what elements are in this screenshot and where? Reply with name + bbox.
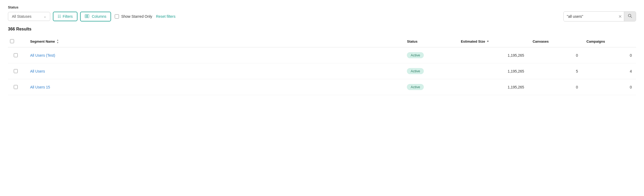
table-body: All Users (Test) Active 1,195,265 0 0 Al… bbox=[8, 47, 636, 95]
row-canvases-cell-1: 5 bbox=[528, 63, 582, 79]
page-container: Status All Statuses ⌄ ☷ Filters bbox=[0, 0, 644, 100]
row-status-cell: Active bbox=[403, 47, 457, 63]
close-icon: ✕ bbox=[618, 14, 622, 19]
columns-button-label: Columns bbox=[92, 14, 106, 19]
row-checkbox-1[interactable] bbox=[14, 69, 18, 73]
reset-filters-label: Reset filters bbox=[156, 14, 176, 19]
header-canvases: Canvases bbox=[528, 36, 582, 47]
segment-sort-icon: ▲ ▼ bbox=[57, 39, 59, 44]
row-canvases-cell-0: 0 bbox=[528, 47, 582, 63]
search-icon bbox=[628, 14, 632, 19]
status-dropdown[interactable]: All Statuses ⌄ bbox=[8, 12, 50, 21]
show-starred-checkbox[interactable] bbox=[115, 14, 119, 19]
svg-rect-2 bbox=[88, 14, 89, 18]
segments-table: Segment Name ▲ ▼ Status Estimated Size ▼ bbox=[8, 36, 636, 95]
table-row: All Users (Test) Active 1,195,265 0 0 bbox=[8, 47, 636, 63]
row-checkbox-cell bbox=[8, 79, 26, 95]
search-submit-button[interactable] bbox=[624, 12, 636, 21]
row-estimated-size-cell-1: 1,195,265 bbox=[457, 63, 528, 79]
table-row: All Users 15 Active 1,195,265 0 0 bbox=[8, 79, 636, 95]
header-campaigns: Campaigns bbox=[582, 36, 636, 47]
columns-button[interactable]: Columns bbox=[80, 12, 111, 21]
row-estimated-size-cell-2: 1,195,265 bbox=[457, 79, 528, 95]
table-container: Segment Name ▲ ▼ Status Estimated Size ▼ bbox=[8, 36, 636, 95]
select-all-checkbox[interactable] bbox=[10, 39, 14, 43]
filter-row: All Statuses ⌄ ☷ Filters Columns bbox=[8, 11, 636, 21]
row-segment-name-cell: All Users (Test) bbox=[26, 47, 403, 63]
row-status-cell: Active bbox=[403, 63, 457, 79]
svg-line-4 bbox=[631, 17, 632, 18]
reset-filters-link[interactable]: Reset filters bbox=[156, 14, 176, 19]
status-label: Status bbox=[8, 5, 636, 9]
svg-rect-0 bbox=[85, 14, 86, 18]
row-checkbox-0[interactable] bbox=[14, 53, 18, 57]
row-checkbox-cell bbox=[8, 63, 26, 79]
chevron-down-icon: ⌄ bbox=[44, 15, 46, 18]
row-checkbox-cell bbox=[8, 47, 26, 63]
show-starred-text: Show Starred Only bbox=[121, 14, 152, 19]
search-clear-button[interactable]: ✕ bbox=[616, 12, 624, 21]
segment-name-link-0[interactable]: All Users (Test) bbox=[30, 53, 55, 57]
filter-section: Status All Statuses ⌄ ☷ Filters bbox=[8, 5, 636, 21]
search-container: ✕ bbox=[563, 11, 636, 21]
filters-icon: ☷ bbox=[58, 14, 61, 19]
header-estimated-size: Estimated Size ▼ bbox=[457, 36, 528, 47]
header-status: Status bbox=[403, 36, 457, 47]
table-header-row: Segment Name ▲ ▼ Status Estimated Size ▼ bbox=[8, 36, 636, 47]
row-segment-name-cell: All Users 15 bbox=[26, 79, 403, 95]
row-estimated-size-cell-0: 1,195,265 bbox=[457, 47, 528, 63]
segment-name-link-2[interactable]: All Users 15 bbox=[30, 85, 50, 89]
status-badge-1: Active bbox=[407, 68, 424, 74]
results-count: 366 Results bbox=[8, 27, 636, 32]
row-campaigns-cell-1: 4 bbox=[582, 63, 636, 79]
table-row: All Users Active 1,195,265 5 4 bbox=[8, 63, 636, 79]
status-dropdown-value: All Statuses bbox=[12, 14, 31, 19]
columns-icon bbox=[85, 14, 89, 19]
filters-button[interactable]: ☷ Filters bbox=[53, 12, 77, 21]
filters-button-label: Filters bbox=[63, 14, 73, 19]
header-checkbox-cell bbox=[8, 36, 26, 47]
row-checkbox-2[interactable] bbox=[14, 85, 18, 89]
svg-rect-1 bbox=[86, 14, 88, 18]
row-campaigns-cell-0: 0 bbox=[582, 47, 636, 63]
segment-name-sort[interactable]: Segment Name ▲ ▼ bbox=[30, 39, 399, 44]
estimated-size-sort[interactable]: Estimated Size ▼ bbox=[461, 39, 524, 43]
status-badge-2: Active bbox=[407, 84, 424, 90]
show-starred-label[interactable]: Show Starred Only bbox=[115, 14, 152, 19]
row-segment-name-cell: All Users bbox=[26, 63, 403, 79]
search-input[interactable] bbox=[564, 12, 616, 21]
segment-name-link-1[interactable]: All Users bbox=[30, 69, 45, 73]
header-segment-name: Segment Name ▲ ▼ bbox=[26, 36, 403, 47]
status-badge-0: Active bbox=[407, 52, 424, 58]
estimated-size-sort-icon: ▼ bbox=[487, 40, 489, 43]
row-status-cell: Active bbox=[403, 79, 457, 95]
row-campaigns-cell-2: 0 bbox=[582, 79, 636, 95]
row-canvases-cell-2: 0 bbox=[528, 79, 582, 95]
